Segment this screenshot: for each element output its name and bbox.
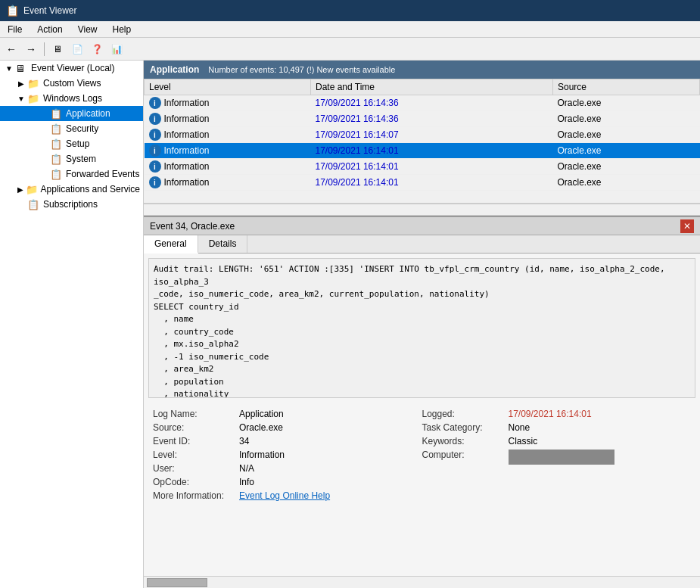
meta-user: User: N/A	[153, 462, 422, 475]
event-log-online-help-link[interactable]: Event Log Online Help	[239, 490, 330, 501]
table-row[interactable]: iInformation17/09/2021 16:14:36Oracle.ex…	[145, 111, 700, 127]
tree-label-system: System	[66, 154, 96, 164]
toolbar-separator	[44, 42, 45, 56]
meta-keywords-label: Keywords:	[422, 436, 506, 446]
meta-logname-value: Application	[239, 409, 284, 419]
event-text-display[interactable]: Audit trail: LENGTH: '651' ACTION :[335]…	[148, 258, 695, 398]
expand-icon-app-services: ▶	[15, 185, 26, 194]
event-table: Level Date and Time Source iInformation1…	[144, 79, 700, 191]
sidebar-item-setup[interactable]: 📋 Setup	[0, 136, 143, 151]
table-row[interactable]: iInformation17/09/2021 16:14:36Oracle.ex…	[145, 95, 700, 111]
back-button[interactable]: ←	[3, 41, 20, 58]
event-list-title: Application	[150, 64, 199, 75]
meta-moreinfo: More Information: Event Log Online Help	[153, 489, 422, 502]
info-icon: i	[149, 160, 161, 173]
cell-level: iInformation	[145, 127, 311, 143]
right-panel: Application Number of events: 10,497 (!)…	[144, 61, 700, 588]
meta-level: Level: Information	[153, 448, 422, 462]
log-icon-security: 📋	[50, 123, 64, 135]
cell-datetime: 17/09/2021 16:14:01	[311, 143, 553, 159]
tab-general[interactable]: General	[144, 235, 198, 254]
event-list-header: Application Number of events: 10,497 (!)…	[144, 61, 700, 79]
col-level[interactable]: Level	[145, 79, 311, 95]
tab-details[interactable]: Details	[198, 235, 248, 253]
log-icon-setup: 📋	[50, 138, 64, 150]
meta-opcode-value: Info	[239, 477, 254, 487]
cell-level: iInformation	[145, 111, 311, 127]
meta-logged-value: 17/09/2021 16:14:01	[509, 409, 592, 419]
cell-datetime: 17/09/2021 16:14:36	[311, 111, 553, 127]
table-row[interactable]: iInformation17/09/2021 16:14:01Oracle.ex…	[145, 159, 700, 175]
meta-taskcategory-value: None	[509, 422, 530, 433]
table-row[interactable]: iInformation17/09/2021 16:14:07Oracle.ex…	[145, 127, 700, 143]
sidebar-item-windows-logs[interactable]: ▼ 📁 Windows Logs	[0, 91, 143, 106]
meta-keywords-value: Classic	[509, 436, 538, 446]
menu-action[interactable]: Action	[33, 23, 67, 36]
meta-taskcategory-label: Task Category:	[422, 422, 506, 433]
cell-source: Oracle.exe	[553, 143, 700, 159]
detail-panel: Event 34, Oracle.exe ✕ General Details A…	[144, 216, 700, 576]
help-button[interactable]: ❓	[89, 41, 105, 58]
title-bar: 📋 Event Viewer	[0, 0, 700, 21]
tree-label-forwarded-events: Forwarded Events	[66, 169, 139, 179]
meta-source-value: Oracle.exe	[239, 422, 283, 433]
log-icon-forwarded-events: 📋	[50, 169, 64, 180]
sidebar-item-system[interactable]: 📋 System	[0, 151, 143, 166]
cell-datetime: 17/09/2021 16:14:36	[311, 95, 553, 111]
info-icon: i	[149, 145, 161, 157]
cell-level: iInformation	[145, 159, 311, 175]
info-icon: i	[149, 129, 161, 141]
col-source[interactable]: Source	[553, 79, 700, 95]
cell-source: Oracle.exe	[553, 95, 700, 111]
meta-taskcategory: Task Category: None	[422, 421, 692, 434]
detail-title: Event 34, Oracle.exe	[150, 221, 235, 232]
folder-icon-windows-logs: 📁	[27, 93, 41, 104]
meta-user-label: User:	[153, 463, 236, 474]
sidebar-item-custom-views[interactable]: ▶ 📁 Custom Views	[0, 76, 143, 91]
sidebar-item-applications-services[interactable]: ▶ 📁 Applications and Service	[0, 182, 143, 197]
cell-source: Oracle.exe	[553, 111, 700, 127]
tree-label-application: Application	[66, 108, 110, 119]
detail-title-bar: Event 34, Oracle.exe ✕	[144, 217, 700, 235]
scroll-thumb[interactable]	[147, 578, 207, 587]
sidebar-item-security[interactable]: 📋 Security	[0, 121, 143, 136]
col-datetime[interactable]: Date and Time	[311, 79, 553, 95]
new-view-button[interactable]: 📄	[69, 41, 86, 58]
meta-level-value: Information	[239, 450, 285, 460]
sidebar-item-application[interactable]: 📋 Application	[0, 106, 143, 121]
meta-right-col: Logged: 17/09/2021 16:14:01 Task Categor…	[422, 407, 692, 502]
meta-opcode: OpCode: Info	[153, 475, 422, 489]
tree-label-setup: Setup	[66, 138, 89, 149]
tree-label-windows-logs: Windows Logs	[43, 93, 102, 104]
meta-logname-label: Log Name:	[153, 409, 236, 419]
meta-source-label: Source:	[153, 422, 236, 433]
menu-file[interactable]: File	[3, 23, 26, 36]
detail-close-button[interactable]: ✕	[680, 219, 694, 233]
computer-button[interactable]: 🖥	[49, 41, 66, 58]
tree-label-subscriptions: Subscriptions	[43, 199, 98, 210]
forward-button[interactable]: →	[23, 41, 39, 58]
cell-datetime: 17/09/2021 16:14:07	[311, 127, 553, 143]
bottom-scrollbar[interactable]	[144, 576, 700, 588]
event-table-container[interactable]: Level Date and Time Source iInformation1…	[144, 79, 700, 204]
table-row[interactable]: iInformation17/09/2021 16:14:01Oracle.ex…	[145, 175, 700, 191]
app-title: Event Viewer	[23, 5, 76, 16]
sidebar-item-forwarded-events[interactable]: 📋 Forwarded Events	[0, 166, 143, 182]
tree-label-custom-views: Custom Views	[43, 78, 101, 89]
menu-view[interactable]: View	[73, 23, 102, 36]
cell-level: iInformation	[145, 175, 311, 191]
expand-icon-custom-views: ▶	[15, 79, 27, 88]
tree-root[interactable]: ▼ 🖥 Event Viewer (Local)	[0, 61, 143, 76]
horizontal-scrollbar[interactable]	[144, 204, 700, 216]
table-row[interactable]: iInformation17/09/2021 16:14:01Oracle.ex…	[145, 143, 700, 159]
properties-button[interactable]: 📊	[108, 41, 125, 58]
log-icon-subscriptions: 📋	[27, 199, 41, 210]
tree-label-app-services: Applications and Service	[41, 184, 140, 194]
toolbar: ← → 🖥 📄 ❓ 📊	[0, 38, 700, 61]
menu-help[interactable]: Help	[108, 23, 136, 36]
table-header-row: Level Date and Time Source	[145, 79, 700, 95]
meta-eventid: Event ID: 34	[153, 434, 422, 448]
meta-computer: Computer:	[422, 448, 692, 466]
meta-level-label: Level:	[153, 450, 236, 460]
sidebar-item-subscriptions[interactable]: 📋 Subscriptions	[0, 197, 143, 212]
